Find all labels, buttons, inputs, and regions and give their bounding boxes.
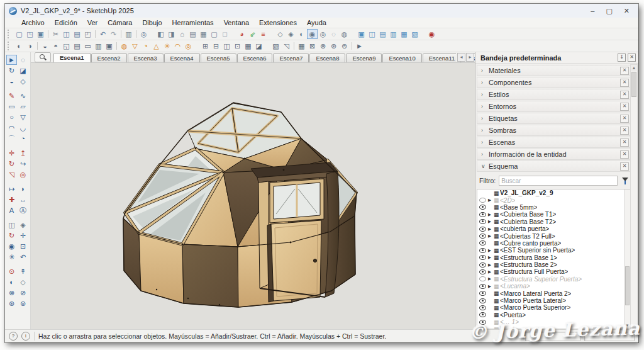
view-front-icon[interactable]: ▭	[82, 41, 93, 51]
tree-item[interactable]: ▶▦<cubierta puerta>	[477, 225, 630, 232]
tag-remove-icon[interactable]: ◫	[367, 29, 377, 39]
tag-select-icon[interactable]: ▤	[377, 29, 388, 39]
section-informaci-n-de-la-entidad[interactable]: ›Información de la entidad✕	[477, 149, 631, 160]
scene-tab-escena10[interactable]: Escena10	[382, 54, 421, 62]
tree-scroll-thumb[interactable]	[625, 266, 630, 305]
rectangle-tool[interactable]: ▭	[6, 101, 17, 111]
geolocation-icon[interactable]: ?	[9, 332, 18, 341]
zoom-window-tool[interactable]: ⊡	[18, 241, 28, 251]
scene-tab-escena1[interactable]: Escena1	[53, 53, 91, 62]
vertex-tool-icon[interactable]: ⊜	[339, 41, 350, 51]
tree-item[interactable]: ▦<… 1>	[477, 319, 630, 325]
component-sketchup-icon[interactable]: ◧	[155, 29, 166, 39]
eye-visible-icon[interactable]	[479, 234, 487, 239]
style-xray-icon[interactable]: ◌	[328, 29, 339, 39]
section-anim-3-tool[interactable]: ⊛	[6, 298, 17, 308]
orbit-tool[interactable]: ↻	[6, 230, 17, 240]
tray-pin-button[interactable]: ↧	[618, 54, 626, 62]
dimensions-tool[interactable]: ↔	[18, 195, 28, 205]
menu-herramientas[interactable]: Herramientas	[167, 19, 219, 26]
circle-tool[interactable]: ○	[6, 112, 17, 122]
style-shaded-icon[interactable]: ◐	[296, 29, 307, 39]
menu-dibujo[interactable]: Dibujo	[137, 19, 167, 26]
eye-visible-icon[interactable]	[479, 255, 487, 260]
green-scale-arrow-icon[interactable]: ⇙	[247, 29, 258, 39]
tree-item[interactable]: ▦V2_JL_GKP_v2_9	[477, 189, 630, 196]
expand-arrow-icon[interactable]: ▶	[487, 262, 492, 268]
eye-visible-icon[interactable]	[479, 291, 487, 296]
scene-tab-escena9[interactable]: Escena9	[346, 54, 382, 62]
tabs-scroll-right-button[interactable]: ▸	[466, 53, 474, 62]
scale-tool[interactable]: ◹	[6, 169, 17, 179]
style-monochrome-icon[interactable]: ◎	[318, 29, 328, 39]
view-iso-icon[interactable]: ◱	[61, 41, 72, 51]
section-componentes[interactable]: ›Componentes✕	[477, 77, 631, 88]
move-tool[interactable]: ✛	[6, 148, 17, 158]
component-box-icon[interactable]: ▦	[198, 29, 209, 39]
outer-shell-icon[interactable]: ◪	[253, 41, 264, 51]
section-estilos[interactable]: ›Estilos✕	[477, 89, 631, 100]
section-close-icon[interactable]: ✕	[620, 150, 629, 159]
sandbox-contours-icon[interactable]: ◍	[119, 41, 130, 51]
grid-tool-icon[interactable]: ▦	[296, 41, 307, 51]
section-sombras[interactable]: ›Sombras✕	[477, 125, 631, 136]
tree-item[interactable]: ▦<Marco Lateral Puerta 2>	[477, 290, 630, 296]
zoom-tool[interactable]: ◉	[6, 241, 17, 251]
expand-arrow-icon[interactable]: ▶	[487, 284, 492, 289]
eye-hidden-icon[interactable]	[479, 198, 487, 203]
eye-visible-icon[interactable]	[479, 320, 487, 325]
credits-icon[interactable]: i	[21, 332, 30, 341]
three-point-arc-tool[interactable]: ⌒	[6, 133, 17, 144]
component-house-icon[interactable]: ⌂	[177, 29, 187, 39]
pan-tool[interactable]: ✛	[18, 230, 28, 240]
round-corner-icon[interactable]: ⊠	[307, 41, 318, 51]
style-edit-b-icon[interactable]: ◑	[25, 41, 35, 51]
toolbar-grip[interactable]	[8, 42, 11, 50]
section-materiales[interactable]: ›Materiales✕	[477, 65, 631, 76]
joint-push-icon[interactable]: ⊛	[328, 41, 339, 51]
tag-add-icon[interactable]: ▣	[356, 29, 367, 39]
curic-section-icon[interactable]: ◕	[236, 29, 247, 39]
tree-item[interactable]: ▦<Cubre canto puerta>	[477, 240, 630, 247]
smoove-icon[interactable]: ◔	[140, 41, 151, 51]
expand-arrow-icon[interactable]: ▶	[487, 227, 492, 232]
undo-icon[interactable]: ↶	[97, 29, 108, 39]
section-etiquetas[interactable]: ›Etiquetas✕	[477, 113, 631, 124]
expand-arrow-icon[interactable]: ▶	[487, 276, 492, 281]
menu-cámara[interactable]: Cámara	[103, 19, 137, 26]
section-close-icon[interactable]: ✕	[620, 127, 629, 135]
paint-bucket-tool[interactable]: ◒	[6, 76, 17, 86]
scene-tab-escena8[interactable]: Escena8	[309, 54, 345, 62]
solid-split-icon[interactable]: ▦	[243, 41, 253, 51]
tray-close-button[interactable]: ✕	[628, 54, 636, 62]
section-anim-4-tool[interactable]: ⊚	[18, 298, 28, 308]
flip-edge-icon[interactable]: ◎	[183, 41, 194, 51]
section-close-icon[interactable]: ✕	[620, 138, 629, 147]
print-icon[interactable]: ▥	[123, 29, 134, 39]
view-right-icon[interactable]: ▥	[93, 41, 104, 51]
component-outline-icon[interactable]: □	[219, 29, 230, 39]
super-select-icon[interactable]: ►	[354, 41, 365, 51]
tape-measure-tool[interactable]: ↦	[6, 184, 17, 194]
tree-item[interactable]: ▶▦<Estructura Base 1>	[477, 254, 630, 261]
shell-tool-icon[interactable]: ⊗	[318, 41, 328, 51]
tree-item[interactable]: ▶▦<Cubiertas T2 Full>	[477, 232, 630, 239]
tree-item[interactable]: ▦<Base 5mm>	[477, 204, 630, 211]
menu-ver[interactable]: Ver	[82, 19, 103, 26]
protractor-tool[interactable]: ◗	[18, 184, 28, 194]
save-icon[interactable]: ▣	[35, 29, 46, 39]
eye-visible-icon[interactable]	[479, 227, 487, 232]
expand-arrow-icon[interactable]: ▶	[487, 269, 492, 274]
component-blank-icon[interactable]: ▢	[209, 29, 219, 39]
tree-item[interactable]: ▦<… 1>	[477, 325, 630, 329]
position-camera-tool[interactable]: ⊙	[6, 266, 17, 276]
look-around-tool[interactable]: ◐	[6, 277, 17, 287]
tree-item[interactable]: ▦<Marco Puerta Lateral>	[477, 297, 630, 304]
measurements-value-box[interactable]	[584, 332, 635, 341]
eye-visible-icon[interactable]	[479, 284, 487, 289]
menu-edición[interactable]: Edición	[50, 19, 82, 26]
tree-item[interactable]: ▶▦<Estructura Base 2>	[477, 261, 630, 268]
freehand-tool[interactable]: ∿	[18, 91, 28, 101]
push-pull-tool[interactable]: ↥	[18, 148, 28, 158]
tree-item[interactable]: ▶▦<Estructura Full Puerta>	[477, 268, 630, 275]
